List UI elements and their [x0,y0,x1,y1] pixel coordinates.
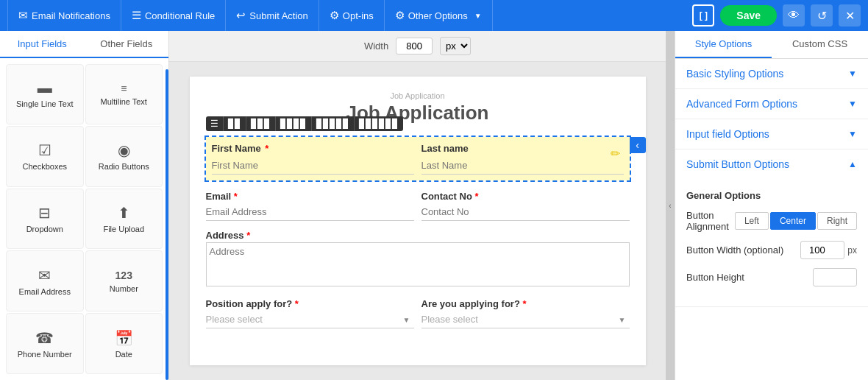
alignment-option-row: Button Alignment Left Center Right [686,210,857,232]
field-checkboxes[interactable]: ☑ Checkboxes [6,126,84,187]
button-width-input[interactable] [800,241,844,259]
center-canvas: Width px % Job Application Job Applicati… [169,31,666,380]
field-multiline-text[interactable]: ≡ Multiline Text [85,64,163,124]
width-input[interactable] [396,38,433,54]
nav-submit-action[interactable]: ↩ Submit Action [226,0,319,31]
accordion-basic-header[interactable]: Basic Styling Options ▼ [675,59,868,88]
height-control [813,268,857,286]
row-col6-btn[interactable]: ▊▊▊▊▊▊ [355,116,403,131]
contact-required: * [474,191,478,202]
right-tabs: Style Options Custom CSS [675,31,868,59]
chevron-down-icon: ▼ [474,12,482,20]
position-required: * [295,298,299,309]
accordion-advanced: Advanced Form Options ▼ [675,89,868,119]
alignment-btn-group: Left Center Right [735,212,857,230]
email-icon: ✉ [18,9,28,22]
nav-other-options[interactable]: ⚙ Other Options ▼ [385,0,493,31]
conditional-icon: ☰ [132,9,141,22]
close-button[interactable]: ✕ [839,4,861,27]
field-radio-label: Radio Buttons [99,162,149,171]
main-layout: Input Fields Other Fields ▬ Single Line … [0,31,868,380]
width-label: Width [364,41,388,52]
nav-email-notifications[interactable]: ✉ Email Notifications [7,0,121,31]
tab-custom-css[interactable]: Custom CSS [772,31,868,58]
applying-select[interactable]: Please select [421,311,630,328]
multiline-icon: ≡ [121,82,127,94]
field-radio-buttons[interactable]: ◉ Radio Buttons [85,126,163,187]
number-icon: 123 [115,270,132,281]
row-col5-btn[interactable]: ▊▊▊▊▊ [312,116,355,131]
row-col4-btn[interactable]: ▊▊▊▊ [276,116,312,131]
dropdown-icon: ⊟ [38,204,51,222]
selected-form-row[interactable]: ☰ ▊▊ ▊▊▊ ▊▊▊▊ ▊▊▊▊▊ ▊▊▊▊▊▊ ‹ First Name … [204,136,631,182]
first-name-field: First Name * [212,143,414,175]
address-input[interactable] [206,242,630,286]
row-col3-btn[interactable]: ▊▊▊ [246,116,276,131]
nav-other-label: Other Options [408,10,468,21]
applying-select-wrapper: Please select ▼ [421,311,630,328]
field-date[interactable]: 📅 Date [85,313,163,374]
email-required: * [234,191,238,202]
height-option-row: Button Height [686,268,857,286]
width-control: px [800,241,857,259]
nav-optins[interactable]: ⚙ Opt-ins [319,0,385,31]
date-icon: 📅 [115,329,133,347]
align-center-btn[interactable]: Center [770,212,816,230]
tab-input-fields[interactable]: Input Fields [0,31,85,58]
field-file-upload[interactable]: ⬆ File Upload [85,189,163,250]
refresh-button[interactable]: ↺ [811,4,833,27]
accordion-input-label: Input field Options [686,128,769,140]
field-dropdown[interactable]: ⊟ Dropdown [6,189,84,250]
accordion-input-header[interactable]: Input field Options ▼ [675,119,868,149]
contact-field: Contact No * [421,191,630,221]
contact-input[interactable] [421,203,630,221]
accordion-submit-header[interactable]: Submit Button Options ▲ [675,149,868,179]
row-move-btn[interactable]: ☰ [206,116,224,131]
single-line-icon: ▬ [38,80,52,96]
accordion-basic-styling: Basic Styling Options ▼ [675,59,868,89]
align-left-btn[interactable]: Left [735,212,769,230]
accordion-submit-content: General Options Button Alignment Left Ce… [675,179,868,306]
field-number[interactable]: 123 Number [85,250,163,312]
accordion-advanced-header[interactable]: Advanced Form Options ▼ [675,89,868,119]
upload-icon: ⬆ [118,204,130,222]
selected-row-inner: First Name * Last name ✏ [206,137,630,180]
field-email-address[interactable]: ✉ Email Address [6,250,84,312]
top-nav: ✉ Email Notifications ☰ Conditional Rule… [0,0,868,31]
phone-icon: ☎ [35,329,54,347]
row-collapse-btn[interactable]: ‹ [630,137,646,153]
bracket-button[interactable]: [ ] [692,4,714,27]
first-name-input[interactable] [212,157,414,175]
unit-select[interactable]: px % [440,37,471,55]
email-input[interactable] [206,203,414,221]
form-preview: Job Application Job Application ☰ ▊▊ ▊▊▊… [190,77,646,365]
button-height-input[interactable] [813,268,857,286]
field-checkboxes-label: Checkboxes [22,162,67,171]
nav-right-controls: [ ] Save 👁 ↺ ✕ [692,4,861,27]
chevron-up-icon: ▲ [848,159,857,169]
field-dropdown-label: Dropdown [26,225,63,233]
required-marker: * [265,143,268,154]
preview-button[interactable]: 👁 [783,4,805,27]
form-breadcrumb: Job Application [204,91,631,100]
last-name-label: Last name [421,143,624,154]
last-name-input[interactable] [421,157,624,175]
save-button[interactable]: Save [720,5,777,26]
position-select[interactable]: Please select [206,311,414,328]
align-right-btn[interactable]: Right [817,212,857,230]
accordion-basic-label: Basic Styling Options [686,68,783,80]
edit-icon: ✏ [611,147,620,161]
email-label: Email * [206,191,414,202]
field-single-line-text[interactable]: ▬ Single Line Text [6,64,84,124]
chevron-down-icon-2: ▼ [848,99,857,109]
canvas-area: Job Application Job Application ☰ ▊▊ ▊▊▊… [169,62,666,380]
field-phone-number[interactable]: ☎ Phone Number [6,313,84,374]
position-row: Position apply for? * Please select ▼ [204,298,631,328]
nav-conditional-rule[interactable]: ☰ Conditional Rule [121,0,226,31]
row-col2-btn[interactable]: ▊▊ [224,116,246,131]
panel-collapse-handle[interactable]: ‹ [666,31,675,380]
chevron-down-icon-3: ▼ [848,129,857,139]
contact-label: Contact No * [421,191,630,202]
tab-style-options[interactable]: Style Options [675,31,772,58]
tab-other-fields[interactable]: Other Fields [85,31,169,57]
